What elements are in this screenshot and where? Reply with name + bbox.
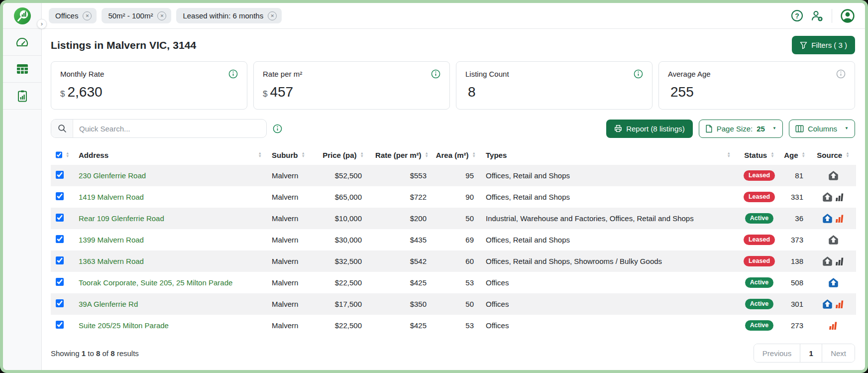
sort-icon[interactable] <box>846 152 849 158</box>
remove-filter-icon[interactable] <box>157 11 166 20</box>
filter-chip-leased-within[interactable]: Leased within: 6 months <box>176 8 282 23</box>
add-user-icon[interactable] <box>811 10 824 22</box>
source-bars-icon[interactable] <box>835 192 845 202</box>
source-house-icon[interactable] <box>828 277 839 288</box>
sort-icon[interactable] <box>472 152 476 158</box>
sidebar-item-listings[interactable] <box>3 56 41 83</box>
next-page-button[interactable]: Next <box>822 344 855 362</box>
sidebar-collapse-toggle[interactable] <box>37 19 47 29</box>
row-checkbox[interactable] <box>56 278 64 286</box>
source-icons[interactable] <box>815 213 851 224</box>
status-badge: Leased <box>744 170 775 181</box>
remove-filter-icon[interactable] <box>268 11 277 20</box>
source-icons[interactable] <box>815 299 851 309</box>
sort-icon[interactable] <box>802 152 805 158</box>
table-row: Suite 205/25 Milton Parade Malvern $22,5… <box>51 315 856 336</box>
source-house-icon[interactable] <box>828 170 839 181</box>
listing-address-link[interactable]: 1419 Malvern Road <box>79 193 144 201</box>
source-icons[interactable] <box>815 277 851 288</box>
source-icons[interactable] <box>815 256 851 266</box>
row-checkbox[interactable] <box>56 299 64 307</box>
column-header-age[interactable]: Age <box>783 145 810 165</box>
sort-icon[interactable] <box>66 152 69 158</box>
help-icon[interactable] <box>791 10 803 21</box>
sort-icon[interactable] <box>258 152 262 158</box>
sort-icon[interactable] <box>770 152 774 158</box>
row-checkbox[interactable] <box>56 256 64 264</box>
column-header-price[interactable]: Price (pa) <box>314 145 369 165</box>
filter-chip-offices[interactable]: Offices <box>49 8 97 23</box>
currency-prefix: $ <box>60 89 65 99</box>
source-bars-icon[interactable] <box>835 213 845 224</box>
rate-cell: $553 <box>369 165 434 186</box>
select-all-header[interactable] <box>51 145 74 165</box>
source-bars-icon[interactable] <box>835 299 845 309</box>
columns-dropdown[interactable]: Columns <box>789 120 855 138</box>
stat-value: 457 <box>270 84 293 100</box>
suburb-cell: Malvern <box>267 208 314 229</box>
suburb-cell: Malvern <box>267 165 314 186</box>
source-icons[interactable] <box>815 235 851 245</box>
sort-icon[interactable] <box>360 152 364 158</box>
source-house-icon[interactable] <box>822 192 833 202</box>
column-header-source[interactable]: Source <box>810 145 856 165</box>
row-checkbox[interactable] <box>56 321 64 329</box>
stat-card-listing-count: Listing Count 8 <box>456 61 652 110</box>
column-header-area[interactable]: Area (m²) <box>434 145 481 165</box>
listing-address-link[interactable]: Toorak Corporate, Suite 205, 25 Milton P… <box>79 278 232 287</box>
listing-address-link[interactable]: 230 Glenferrie Road <box>79 171 146 180</box>
filters-button[interactable]: Filters ( 3 ) <box>792 36 855 54</box>
info-icon[interactable] <box>228 69 238 79</box>
filter-chip-area-range[interactable]: 50m² - 100m² <box>102 8 171 23</box>
source-bars-icon[interactable] <box>828 320 838 331</box>
info-icon[interactable] <box>634 69 643 79</box>
column-header-status[interactable]: Status <box>736 145 783 165</box>
row-checkbox[interactable] <box>56 214 64 222</box>
previous-page-button[interactable]: Previous <box>754 344 800 362</box>
sort-icon[interactable] <box>302 152 305 158</box>
source-house-icon[interactable] <box>822 299 833 309</box>
info-icon[interactable] <box>836 69 846 79</box>
price-cell: $22,500 <box>314 315 369 336</box>
listing-address-link[interactable]: 1399 Malvern Road <box>79 236 144 244</box>
page-size-dropdown[interactable]: Page Size: 25 <box>699 120 783 138</box>
listing-address-link[interactable]: Suite 205/25 Milton Parade <box>79 321 169 330</box>
row-checkbox[interactable] <box>56 192 64 200</box>
sort-icon[interactable] <box>425 152 429 158</box>
sort-icon[interactable] <box>727 152 731 158</box>
search-input[interactable] <box>73 120 266 137</box>
row-checkbox[interactable] <box>56 171 64 179</box>
source-bars-icon[interactable] <box>835 256 845 266</box>
app-logo[interactable] <box>3 3 41 29</box>
listing-address-link[interactable]: 39A Glenferrie Rd <box>79 300 138 308</box>
column-header-types[interactable]: Types <box>481 145 736 165</box>
stat-value: 8 <box>468 84 476 100</box>
current-page-button[interactable]: 1 <box>800 344 822 362</box>
sidebar-item-reports[interactable] <box>3 83 41 110</box>
rate-cell: $722 <box>369 186 434 208</box>
report-button[interactable]: Report (8 listings) <box>606 120 693 138</box>
info-icon[interactable] <box>431 69 440 79</box>
table-row: Toorak Corporate, Suite 205, 25 Milton P… <box>51 272 856 293</box>
search-info-icon[interactable] <box>273 124 282 133</box>
column-header-rate[interactable]: Rate (per m²) <box>369 145 434 165</box>
column-header-suburb[interactable]: Suburb <box>267 145 314 165</box>
column-header-address[interactable]: Address <box>74 145 267 165</box>
listing-address-link[interactable]: 1363 Malvern Road <box>79 257 144 265</box>
source-icons[interactable] <box>815 320 851 331</box>
source-house-icon[interactable] <box>828 235 839 245</box>
table-row: 230 Glenferrie Road Malvern $52,500 $553… <box>51 165 856 186</box>
source-icons[interactable] <box>815 192 851 202</box>
filters-button-label: Filters ( 3 ) <box>811 41 847 49</box>
avatar-icon[interactable] <box>840 8 855 23</box>
row-checkbox[interactable] <box>56 235 64 243</box>
source-house-icon[interactable] <box>822 213 833 224</box>
source-house-icon[interactable] <box>822 256 833 266</box>
top-filter-bar: Offices 50m² - 100m² Leased within: 6 mo… <box>42 3 865 29</box>
source-icons[interactable] <box>815 170 851 181</box>
listing-address-link[interactable]: Rear 109 Glenferrie Road <box>79 214 164 223</box>
sidebar-item-dashboard[interactable] <box>3 29 41 56</box>
select-all-checkbox[interactable] <box>56 151 62 159</box>
remove-filter-icon[interactable] <box>83 11 92 20</box>
stat-cards: Monthly Rate $2,630 Rate per m² $457 Lis… <box>51 61 855 110</box>
